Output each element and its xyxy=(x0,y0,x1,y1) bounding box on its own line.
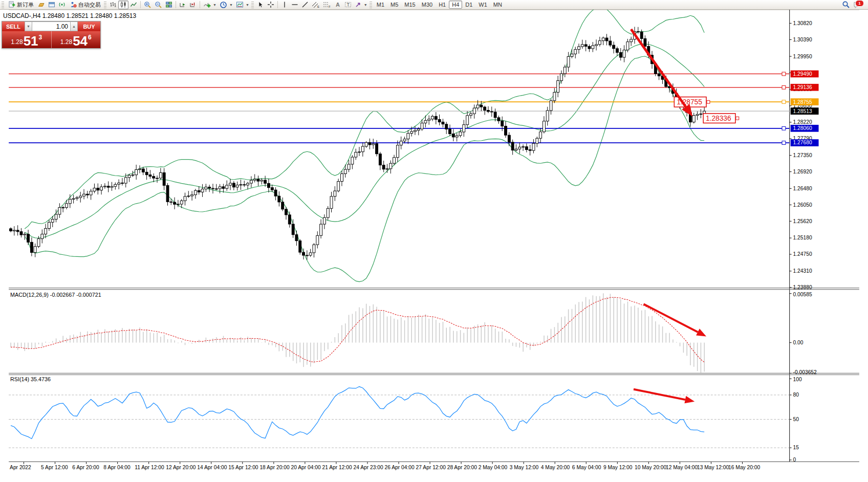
price-axis-label: 1.26050 xyxy=(793,202,812,208)
volume-decrement-button[interactable]: ▼ xyxy=(25,21,32,31)
equidistant-channel-button[interactable]: E xyxy=(310,1,321,9)
line-handle[interactable] xyxy=(782,72,786,76)
trendline-button[interactable] xyxy=(300,1,310,9)
volume-increment-button[interactable]: ▲ xyxy=(70,21,78,31)
bars-chart-button[interactable] xyxy=(108,1,118,9)
auto-scroll-icon xyxy=(179,1,186,8)
date-axis-label: 15 Apr 12:00 xyxy=(228,465,258,471)
annotation-handle[interactable] xyxy=(707,100,710,103)
toolbar-separator xyxy=(200,1,200,8)
macd-axis-label: -0.003652 xyxy=(793,369,817,375)
tile-windows-button[interactable] xyxy=(164,1,174,9)
text-label-button[interactable]: T xyxy=(343,1,353,9)
date-axis-label: 16 May 20:00 xyxy=(728,465,760,471)
text-button[interactable]: A xyxy=(333,1,343,9)
price-axis-label: 1.30390 xyxy=(793,37,812,42)
cursor-button[interactable] xyxy=(255,1,266,9)
signals-icon xyxy=(58,1,66,8)
price-axis-label: 1.30820 xyxy=(793,20,812,26)
market-window-button[interactable] xyxy=(47,1,57,9)
price-badge-label: 1.28513 xyxy=(793,108,812,114)
chart-canvas[interactable]: 1.308201.303901.299501.295201.290801.286… xyxy=(0,10,868,482)
dropdown-caret-icon: ▼ xyxy=(229,3,233,7)
volume-input[interactable] xyxy=(32,21,70,31)
date-axis-label: 28 Apr 20:00 xyxy=(447,465,478,471)
date-axis-label: 11 Apr 12:00 xyxy=(135,465,164,471)
price-badge-label: 1.27680 xyxy=(793,140,812,145)
line-handle[interactable] xyxy=(782,141,786,145)
text-icon: A xyxy=(334,1,341,8)
indicators-add-button[interactable]: ▼ xyxy=(202,1,218,9)
zoom-out-button[interactable] xyxy=(153,1,164,9)
date-axis-label: 3 May 12:00 xyxy=(510,465,539,471)
crosshair-icon xyxy=(267,1,274,8)
rsi-axis-label: 80 xyxy=(793,392,799,398)
annotation-handle[interactable] xyxy=(736,117,739,120)
gold-button[interactable] xyxy=(36,1,47,9)
gold-icon xyxy=(38,1,45,8)
vertical-line-button[interactable] xyxy=(279,1,290,9)
timeframe-h1-button[interactable]: H1 xyxy=(436,1,449,9)
signals-button[interactable] xyxy=(57,1,67,9)
candlestick-chart-button[interactable] xyxy=(118,1,128,9)
price-axis-label: 1.28220 xyxy=(793,119,812,125)
price-axis-label: 1.25180 xyxy=(793,235,812,240)
fibonacci-button[interactable]: F xyxy=(321,1,333,9)
sell-price[interactable]: 1.28513 xyxy=(2,31,51,48)
toolbar: 新订单 自动交易 ▼ ▼ xyxy=(0,0,868,10)
periods-clock-button[interactable]: ▼ xyxy=(218,1,234,9)
candlestick-chart-icon xyxy=(120,1,127,8)
macd-axis-label: 0.00 xyxy=(793,340,804,345)
line-handle[interactable] xyxy=(782,85,786,89)
timeframe-m1-button[interactable]: M1 xyxy=(374,1,387,9)
periods-clock-icon xyxy=(220,1,227,9)
templates-button[interactable]: ▼ xyxy=(234,1,251,9)
horizontal-line-icon xyxy=(291,1,298,8)
date-axis-label: 5 Apr 12:00 xyxy=(41,465,68,471)
buy-button[interactable]: BUY xyxy=(78,21,100,31)
line-handle[interactable] xyxy=(782,126,786,130)
cursor-icon xyxy=(257,1,264,8)
chart-title: USDCAD-,H4 1.28480 1.28521 1.28480 1.285… xyxy=(3,12,136,19)
tile-windows-icon xyxy=(165,1,172,8)
timeframe-w1-button[interactable]: W1 xyxy=(475,1,490,9)
sell-price-prefix: 1.28 xyxy=(11,38,23,46)
sell-button[interactable]: SELL xyxy=(2,21,25,31)
market-window-icon xyxy=(48,1,55,8)
toolbar-grip xyxy=(2,2,4,8)
search-button[interactable] xyxy=(840,1,852,9)
timeframe-m15-button[interactable]: M15 xyxy=(401,1,418,9)
price-axis-label: 1.26920 xyxy=(793,169,812,174)
toolbar-separator xyxy=(277,1,278,8)
date-axis-label: 24 Apr 23:00 xyxy=(354,465,384,471)
trendline-icon xyxy=(301,1,309,8)
zoom-in-button[interactable] xyxy=(142,1,153,9)
notifications-button[interactable]: 1 xyxy=(852,1,863,9)
search-icon xyxy=(842,1,850,9)
macd-label: MACD(12,26,9) -0.002667 -0.000721 xyxy=(10,292,101,298)
crosshair-button[interactable] xyxy=(266,1,276,9)
line-chart-button[interactable] xyxy=(128,1,139,9)
auto-scroll-button[interactable] xyxy=(178,1,188,9)
date-axis-label: 12 May 04:00 xyxy=(666,465,698,471)
horizontal-line-button[interactable] xyxy=(290,1,300,9)
price-axis-label: 1.26480 xyxy=(793,186,812,191)
timeframe-m30-button[interactable]: M30 xyxy=(419,1,436,9)
arrows-button[interactable]: ▼ xyxy=(353,1,369,9)
autotrading-button[interactable]: 自动交易 xyxy=(67,1,103,9)
arrows-icon xyxy=(355,1,362,8)
toolbar-grip xyxy=(251,2,254,8)
date-axis-label: 18 Apr 20:00 xyxy=(259,465,290,471)
price-badge-label: 1.29136 xyxy=(793,84,812,90)
timeframe-h4-button[interactable]: H4 xyxy=(449,1,462,9)
buy-price[interactable]: 1.28546 xyxy=(52,31,101,48)
line-handle[interactable] xyxy=(782,100,786,104)
new-order-button[interactable]: 新订单 xyxy=(6,1,36,9)
svg-text:T: T xyxy=(346,2,350,7)
timeframe-d1-button[interactable]: D1 xyxy=(462,1,475,9)
timeframe-m5-button[interactable]: M5 xyxy=(387,1,401,9)
timeframe-mn-button[interactable]: MN xyxy=(490,1,505,9)
zoom-out-icon xyxy=(155,1,162,9)
chart-shift-button[interactable] xyxy=(188,1,198,9)
toolbar-grip xyxy=(104,2,106,8)
